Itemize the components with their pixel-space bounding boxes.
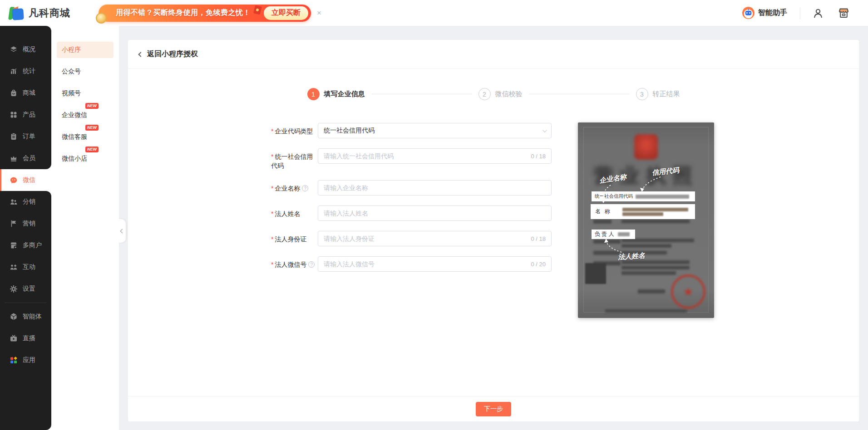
- legal-name-input[interactable]: [324, 210, 546, 217]
- sidebar-item-apps[interactable]: 应用: [0, 349, 51, 371]
- required-asterisk: *: [271, 153, 273, 160]
- apps-icon: [10, 356, 18, 364]
- field-label: *企业代码类型: [271, 123, 318, 138]
- sidebar-item-live[interactable]: 直播: [0, 327, 51, 349]
- brand-logo-icon: [9, 6, 25, 20]
- sidebar-item-distribution[interactable]: 分销: [0, 191, 51, 213]
- subnav-item-miniprogram[interactable]: 小程序: [57, 42, 113, 58]
- company-name-field: [318, 180, 552, 195]
- red-envelope-icon: [253, 5, 262, 15]
- license-person-row: 负 责 人: [592, 230, 635, 239]
- national-emblem: [634, 134, 658, 160]
- close-icon[interactable]: ×: [317, 9, 321, 17]
- next-step-button[interactable]: 下一步: [476, 402, 511, 416]
- card-footer: 下一步: [128, 396, 859, 421]
- layers-icon: [10, 45, 18, 54]
- sidebar-item-marketing[interactable]: 营销: [0, 213, 51, 235]
- step-1: 1 填写企业信息: [307, 88, 365, 100]
- account-icon[interactable]: [812, 7, 824, 19]
- sidebar-item-settings[interactable]: 设置: [0, 278, 51, 300]
- secondary-sidebar: 小程序 公众号 视频号 企业微信NEW 微信客服NEW 微信小店NEW: [51, 26, 119, 430]
- license-qr-code: [585, 263, 606, 284]
- char-counter: 0 / 18: [531, 235, 546, 242]
- company-name-input[interactable]: [324, 184, 546, 191]
- sidebar-item-interaction[interactable]: 互动: [0, 256, 51, 278]
- buyout-button[interactable]: 立即买断: [264, 6, 308, 20]
- sidebar-item-overview[interactable]: 概况: [0, 39, 51, 60]
- main-card: 返回小程序授权 1 填写企业信息 2 微信校验 3 转正结果 *企业代码类型 统: [128, 40, 859, 421]
- license-name-row: 名称: [591, 204, 695, 219]
- sidebar-item-stats[interactable]: 统计: [0, 60, 51, 82]
- char-counter: 0 / 18: [531, 153, 546, 160]
- required-asterisk: *: [271, 261, 273, 268]
- help-icon[interactable]: ?: [302, 185, 308, 191]
- required-asterisk: *: [271, 185, 273, 192]
- top-header: 凡科商城 用得不错？买断终身使用，免续费之忧！ 立即买断 × 智能助手: [0, 0, 868, 26]
- required-asterisk: *: [271, 127, 273, 135]
- sidebar-item-members[interactable]: 会员: [0, 147, 51, 169]
- header-divider: [800, 7, 800, 19]
- storefront-icon[interactable]: [838, 7, 850, 19]
- people-icon: [10, 198, 18, 206]
- step-2-circle: 2: [478, 88, 491, 100]
- char-counter: 0 / 20: [531, 261, 546, 268]
- enterprise-code-type-select[interactable]: 统一社会信用代码: [318, 123, 552, 138]
- legal-wechat-field: 0 / 20: [318, 256, 552, 272]
- sidebar-item-products[interactable]: 产品: [0, 104, 51, 126]
- enterprise-form: *企业代码类型 统一社会信用代码 *统一社会信用代码 0 / 18 *企业名称?: [128, 123, 859, 272]
- cube-icon: [10, 313, 18, 321]
- robot-icon: [742, 7, 755, 19]
- assistant-label: 智能助手: [758, 8, 787, 18]
- bar-chart-icon: [10, 67, 18, 75]
- chevron-down-icon: [542, 128, 547, 132]
- grid-icon: [10, 111, 18, 119]
- sidebar-item-wechat[interactable]: 微信: [0, 169, 51, 191]
- legal-wechat-input[interactable]: [324, 260, 527, 268]
- license-red-seal: ★: [671, 274, 705, 309]
- brand-logo[interactable]: 凡科商城: [9, 6, 70, 20]
- back-link[interactable]: 返回小程序授权: [147, 49, 198, 59]
- sidebar-item-orders[interactable]: 订单: [0, 126, 51, 147]
- flag-icon: [10, 220, 18, 228]
- field-label: *企业名称?: [271, 180, 318, 195]
- field-label: *统一社会信用代码: [271, 148, 318, 170]
- subnav-item-wechat-service[interactable]: 微信客服NEW: [57, 129, 113, 145]
- legal-id-input[interactable]: [324, 235, 527, 242]
- collapse-sidebar-button[interactable]: [119, 219, 126, 243]
- sidebar-item-multimerchant[interactable]: 多商户: [0, 235, 51, 256]
- back-icon[interactable]: [138, 52, 143, 57]
- primary-sidebar: 概况 统计 商城 产品 订单 会员 微信 分销: [0, 26, 51, 430]
- field-label: *法人身份证: [271, 231, 318, 246]
- brand-name: 凡科商城: [29, 6, 70, 20]
- wechat-icon: [10, 176, 18, 185]
- subnav-item-official-account[interactable]: 公众号: [57, 64, 113, 80]
- card-header: 返回小程序授权: [128, 40, 859, 69]
- new-badge: NEW: [85, 147, 99, 152]
- license-title-blurred: 营业执照: [578, 162, 714, 189]
- help-icon[interactable]: ?: [308, 261, 315, 268]
- legal-name-field: [318, 205, 552, 221]
- chevron-left-icon: [120, 229, 125, 233]
- stepper: 1 填写企业信息 2 微信校验 3 转正结果: [128, 88, 859, 100]
- license-credit-row: 统一社会信用代码: [592, 191, 695, 201]
- step-3-circle: 3: [636, 88, 648, 100]
- credit-code-input[interactable]: [324, 152, 527, 160]
- people-pair-icon: [10, 263, 18, 271]
- subnav-item-wechat-shop[interactable]: 微信小店NEW: [57, 151, 113, 167]
- field-label: *法人姓名: [271, 205, 318, 221]
- promo-banner[interactable]: 用得不错？买断终身使用，免续费之忧！ 立即买断: [99, 5, 311, 22]
- required-asterisk: *: [271, 210, 273, 217]
- sidebar-item-mall[interactable]: 商城: [0, 82, 51, 104]
- store-icon: [10, 241, 18, 249]
- coin-icon: [96, 13, 107, 24]
- field-label: *法人微信号?: [271, 256, 318, 272]
- subnav-item-video-account[interactable]: 视频号: [57, 85, 113, 102]
- step-2: 2 微信校验: [478, 88, 523, 100]
- sidebar-item-agent[interactable]: 智能体: [0, 306, 51, 327]
- required-asterisk: *: [271, 235, 273, 243]
- assistant-button[interactable]: 智能助手: [742, 7, 787, 19]
- shopping-bag-icon: [10, 89, 18, 97]
- live-tv-icon: [10, 334, 18, 342]
- subnav-item-wecom[interactable]: 企业微信NEW: [57, 107, 113, 123]
- sidebar-divider: [0, 300, 51, 306]
